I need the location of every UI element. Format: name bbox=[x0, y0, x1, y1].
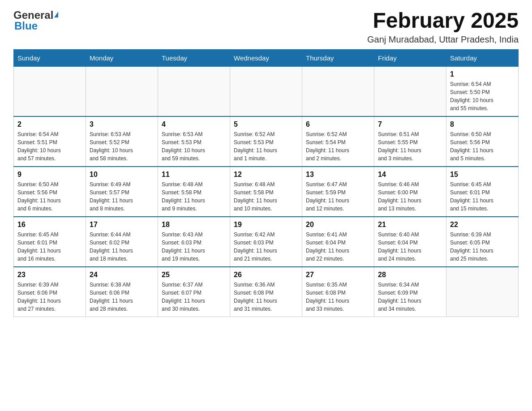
calendar-cell: 2Sunrise: 6:54 AM Sunset: 5:51 PM Daylig… bbox=[14, 116, 86, 167]
day-info: Sunrise: 6:38 AM Sunset: 6:06 PM Dayligh… bbox=[90, 281, 154, 313]
weekday-header-friday: Friday bbox=[374, 49, 446, 66]
calendar-week-row: 2Sunrise: 6:54 AM Sunset: 5:51 PM Daylig… bbox=[14, 116, 519, 167]
day-number: 3 bbox=[90, 120, 154, 128]
calendar-cell: 10Sunrise: 6:49 AM Sunset: 5:57 PM Dayli… bbox=[86, 167, 158, 217]
day-info: Sunrise: 6:45 AM Sunset: 6:01 PM Dayligh… bbox=[17, 231, 82, 263]
day-number: 12 bbox=[234, 171, 298, 179]
calendar-cell: 23Sunrise: 6:39 AM Sunset: 6:06 PM Dayli… bbox=[14, 267, 86, 317]
day-info: Sunrise: 6:49 AM Sunset: 5:57 PM Dayligh… bbox=[90, 180, 154, 213]
calendar-cell: 4Sunrise: 6:53 AM Sunset: 5:53 PM Daylig… bbox=[158, 116, 230, 167]
day-info: Sunrise: 6:43 AM Sunset: 6:03 PM Dayligh… bbox=[162, 231, 226, 263]
weekday-header-wednesday: Wednesday bbox=[230, 49, 302, 66]
day-number: 8 bbox=[450, 120, 515, 128]
day-info: Sunrise: 6:48 AM Sunset: 5:58 PM Dayligh… bbox=[162, 180, 226, 213]
day-info: Sunrise: 6:54 AM Sunset: 5:51 PM Dayligh… bbox=[17, 130, 82, 163]
calendar-cell: 17Sunrise: 6:44 AM Sunset: 6:02 PM Dayli… bbox=[86, 217, 158, 267]
calendar-cell: 19Sunrise: 6:42 AM Sunset: 6:03 PM Dayli… bbox=[230, 217, 302, 267]
weekday-header-row: SundayMondayTuesdayWednesdayThursdayFrid… bbox=[14, 49, 519, 66]
day-number: 10 bbox=[90, 171, 154, 179]
calendar-cell: 16Sunrise: 6:45 AM Sunset: 6:01 PM Dayli… bbox=[14, 217, 86, 267]
calendar-cell bbox=[86, 66, 158, 116]
calendar-cell: 14Sunrise: 6:46 AM Sunset: 6:00 PM Dayli… bbox=[374, 167, 446, 217]
calendar-title: February 2025 bbox=[367, 9, 519, 33]
day-info: Sunrise: 6:50 AM Sunset: 5:56 PM Dayligh… bbox=[450, 130, 515, 163]
calendar-cell: 25Sunrise: 6:37 AM Sunset: 6:07 PM Dayli… bbox=[158, 267, 230, 317]
day-number: 23 bbox=[17, 271, 82, 279]
day-number: 26 bbox=[234, 271, 298, 279]
day-info: Sunrise: 6:36 AM Sunset: 6:08 PM Dayligh… bbox=[234, 281, 298, 313]
calendar-cell: 21Sunrise: 6:40 AM Sunset: 6:04 PM Dayli… bbox=[374, 217, 446, 267]
calendar-week-row: 1Sunrise: 6:54 AM Sunset: 5:50 PM Daylig… bbox=[14, 66, 519, 116]
calendar-cell: 20Sunrise: 6:41 AM Sunset: 6:04 PM Dayli… bbox=[302, 217, 374, 267]
weekday-header-sunday: Sunday bbox=[14, 49, 86, 66]
day-number: 4 bbox=[162, 120, 226, 128]
day-number: 5 bbox=[234, 120, 298, 128]
day-info: Sunrise: 6:39 AM Sunset: 6:05 PM Dayligh… bbox=[450, 231, 515, 263]
day-number: 13 bbox=[306, 171, 370, 179]
calendar-cell bbox=[158, 66, 230, 116]
day-number: 11 bbox=[162, 171, 226, 179]
day-number: 22 bbox=[450, 221, 515, 229]
title-block: February 2025 Ganj Muradabad, Uttar Prad… bbox=[367, 9, 519, 45]
calendar-cell: 9Sunrise: 6:50 AM Sunset: 5:56 PM Daylig… bbox=[14, 167, 86, 217]
day-info: Sunrise: 6:40 AM Sunset: 6:04 PM Dayligh… bbox=[378, 231, 442, 263]
day-info: Sunrise: 6:35 AM Sunset: 6:08 PM Dayligh… bbox=[306, 281, 370, 313]
weekday-header-saturday: Saturday bbox=[446, 49, 519, 66]
day-number: 18 bbox=[162, 221, 226, 229]
day-number: 20 bbox=[306, 221, 370, 229]
day-number: 25 bbox=[162, 271, 226, 279]
day-info: Sunrise: 6:42 AM Sunset: 6:03 PM Dayligh… bbox=[234, 231, 298, 263]
calendar-cell: 3Sunrise: 6:53 AM Sunset: 5:52 PM Daylig… bbox=[86, 116, 158, 167]
day-info: Sunrise: 6:51 AM Sunset: 5:55 PM Dayligh… bbox=[378, 130, 442, 163]
calendar-cell: 13Sunrise: 6:47 AM Sunset: 5:59 PM Dayli… bbox=[302, 167, 374, 217]
day-number: 7 bbox=[378, 120, 442, 128]
calendar-cell: 24Sunrise: 6:38 AM Sunset: 6:06 PM Dayli… bbox=[86, 267, 158, 317]
day-number: 24 bbox=[90, 271, 154, 279]
day-info: Sunrise: 6:50 AM Sunset: 5:56 PM Dayligh… bbox=[17, 180, 82, 213]
day-info: Sunrise: 6:34 AM Sunset: 6:09 PM Dayligh… bbox=[378, 281, 442, 313]
calendar-subtitle: Ganj Muradabad, Uttar Pradesh, India bbox=[367, 34, 519, 45]
day-number: 6 bbox=[306, 120, 370, 128]
logo-blue-text: Blue bbox=[13, 20, 38, 32]
calendar-cell: 26Sunrise: 6:36 AM Sunset: 6:08 PM Dayli… bbox=[230, 267, 302, 317]
day-info: Sunrise: 6:48 AM Sunset: 5:58 PM Dayligh… bbox=[234, 180, 298, 213]
calendar-cell: 6Sunrise: 6:52 AM Sunset: 5:54 PM Daylig… bbox=[302, 116, 374, 167]
day-info: Sunrise: 6:54 AM Sunset: 5:50 PM Dayligh… bbox=[450, 80, 515, 112]
calendar-week-row: 9Sunrise: 6:50 AM Sunset: 5:56 PM Daylig… bbox=[14, 167, 519, 217]
calendar-cell: 15Sunrise: 6:45 AM Sunset: 6:01 PM Dayli… bbox=[446, 167, 519, 217]
day-number: 28 bbox=[378, 271, 442, 279]
calendar-cell bbox=[230, 66, 302, 116]
calendar-cell bbox=[14, 66, 86, 116]
calendar-cell: 18Sunrise: 6:43 AM Sunset: 6:03 PM Dayli… bbox=[158, 217, 230, 267]
day-info: Sunrise: 6:44 AM Sunset: 6:02 PM Dayligh… bbox=[90, 231, 154, 263]
day-number: 21 bbox=[378, 221, 442, 229]
calendar-cell: 11Sunrise: 6:48 AM Sunset: 5:58 PM Dayli… bbox=[158, 167, 230, 217]
day-info: Sunrise: 6:52 AM Sunset: 5:53 PM Dayligh… bbox=[234, 130, 298, 163]
day-number: 27 bbox=[306, 271, 370, 279]
day-info: Sunrise: 6:39 AM Sunset: 6:06 PM Dayligh… bbox=[17, 281, 82, 313]
weekday-header-tuesday: Tuesday bbox=[158, 49, 230, 66]
day-info: Sunrise: 6:53 AM Sunset: 5:53 PM Dayligh… bbox=[162, 130, 226, 163]
day-number: 15 bbox=[450, 171, 515, 179]
calendar-cell: 1Sunrise: 6:54 AM Sunset: 5:50 PM Daylig… bbox=[446, 66, 519, 116]
day-number: 9 bbox=[17, 171, 82, 179]
calendar-week-row: 16Sunrise: 6:45 AM Sunset: 6:01 PM Dayli… bbox=[14, 217, 519, 267]
day-info: Sunrise: 6:46 AM Sunset: 6:00 PM Dayligh… bbox=[378, 180, 442, 213]
day-number: 17 bbox=[90, 221, 154, 229]
calendar-cell: 27Sunrise: 6:35 AM Sunset: 6:08 PM Dayli… bbox=[302, 267, 374, 317]
day-number: 19 bbox=[234, 221, 298, 229]
day-number: 16 bbox=[17, 221, 82, 229]
day-info: Sunrise: 6:37 AM Sunset: 6:07 PM Dayligh… bbox=[162, 281, 226, 313]
day-info: Sunrise: 6:41 AM Sunset: 6:04 PM Dayligh… bbox=[306, 231, 370, 263]
day-info: Sunrise: 6:52 AM Sunset: 5:54 PM Dayligh… bbox=[306, 130, 370, 163]
calendar-cell: 22Sunrise: 6:39 AM Sunset: 6:05 PM Dayli… bbox=[446, 217, 519, 267]
page-header: General Blue February 2025 Ganj Muradaba… bbox=[13, 9, 519, 45]
calendar-cell: 5Sunrise: 6:52 AM Sunset: 5:53 PM Daylig… bbox=[230, 116, 302, 167]
logo-triangle-icon bbox=[54, 12, 58, 17]
day-info: Sunrise: 6:53 AM Sunset: 5:52 PM Dayligh… bbox=[90, 130, 154, 163]
weekday-header-thursday: Thursday bbox=[302, 49, 374, 66]
logo: General Blue bbox=[13, 9, 58, 32]
calendar-cell: 8Sunrise: 6:50 AM Sunset: 5:56 PM Daylig… bbox=[446, 116, 519, 167]
calendar-cell: 12Sunrise: 6:48 AM Sunset: 5:58 PM Dayli… bbox=[230, 167, 302, 217]
day-number: 2 bbox=[17, 120, 82, 128]
